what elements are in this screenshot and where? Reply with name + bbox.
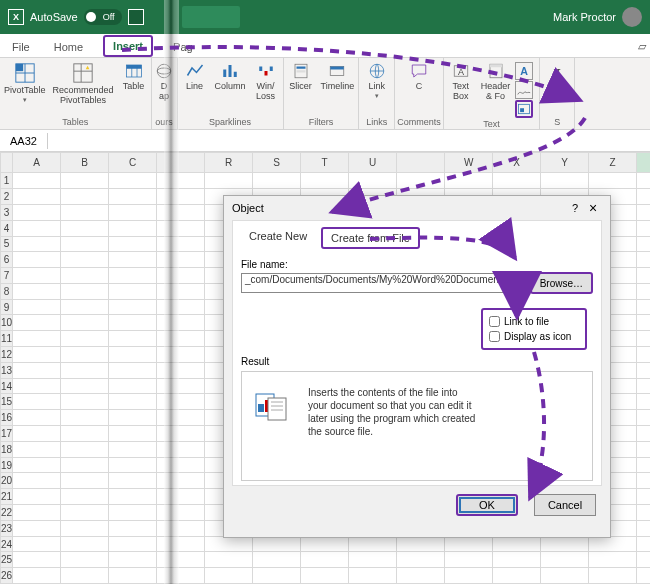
cell[interactable] [109,173,157,189]
cell[interactable] [541,536,589,552]
row-header[interactable]: 19 [1,457,13,473]
cell[interactable] [397,173,445,189]
cell[interactable] [589,568,637,584]
autosave-toggle[interactable]: Off [84,9,122,25]
cell[interactable] [637,173,650,189]
browse-button[interactable]: Browse… [530,272,593,294]
cell[interactable] [61,426,109,442]
row-header[interactable]: 10 [1,315,13,331]
cell[interactable] [109,268,157,284]
wordart-button[interactable]: A [515,62,533,80]
row-header[interactable]: 20 [1,473,13,489]
col-header[interactable]: AA [637,153,650,173]
cell[interactable] [109,236,157,252]
cell[interactable] [637,489,650,505]
cancel-button[interactable]: Cancel [534,494,596,516]
cell[interactable] [13,189,61,205]
row-header[interactable]: 5 [1,236,13,252]
col-header[interactable] [397,153,445,173]
col-header[interactable]: B [61,153,109,173]
cell[interactable] [301,552,349,568]
cell[interactable] [637,362,650,378]
titlebar-search[interactable] [182,6,240,28]
col-header[interactable]: Y [541,153,589,173]
cell[interactable] [637,236,650,252]
row-header[interactable]: 6 [1,252,13,268]
cell[interactable] [637,568,650,584]
cell[interactable] [13,204,61,220]
row-header[interactable]: 25 [1,552,13,568]
cell[interactable] [61,315,109,331]
cell[interactable] [13,441,61,457]
cell[interactable] [13,173,61,189]
cell[interactable] [109,568,157,584]
row-header[interactable]: 4 [1,220,13,236]
cell[interactable] [61,173,109,189]
cell[interactable] [637,283,650,299]
save-icon[interactable] [128,9,144,25]
cell[interactable] [541,173,589,189]
cell[interactable] [637,441,650,457]
cell[interactable] [61,378,109,394]
cell[interactable] [109,331,157,347]
cell[interactable] [445,536,493,552]
cell[interactable] [109,552,157,568]
cell[interactable] [637,378,650,394]
cell[interactable] [109,394,157,410]
col-header[interactable]: R [205,153,253,173]
row-header[interactable]: 11 [1,331,13,347]
header-footer-button[interactable]: Header & Fo [479,60,513,104]
cell[interactable] [589,173,637,189]
cell[interactable] [61,536,109,552]
row-header[interactable]: 16 [1,410,13,426]
cell[interactable] [13,252,61,268]
cell[interactable] [397,568,445,584]
tab-home[interactable]: Home [50,37,87,57]
cell[interactable] [637,536,650,552]
textbox-button[interactable]: A Text Box [446,60,476,104]
row-header[interactable]: 9 [1,299,13,315]
cell[interactable] [349,552,397,568]
cell[interactable] [109,520,157,536]
cell[interactable] [61,220,109,236]
cell[interactable] [637,252,650,268]
cell[interactable] [109,457,157,473]
cell[interactable] [61,394,109,410]
cell[interactable] [61,283,109,299]
tab-insert[interactable]: Insert [103,35,153,57]
cell[interactable] [13,536,61,552]
dialog-close-button[interactable]: × [584,200,602,216]
cell[interactable] [109,283,157,299]
cell[interactable] [637,552,650,568]
col-header[interactable]: U [349,153,397,173]
cell[interactable] [13,347,61,363]
cell[interactable] [589,536,637,552]
cell[interactable] [253,173,301,189]
row-header[interactable]: 13 [1,362,13,378]
cell[interactable] [109,536,157,552]
cell[interactable] [109,252,157,268]
cell[interactable] [637,426,650,442]
display-as-icon-checkbox[interactable]: Display as icon [489,329,579,344]
cell[interactable] [13,299,61,315]
row-header[interactable]: 18 [1,441,13,457]
cell[interactable] [61,568,109,584]
cell[interactable] [541,568,589,584]
cell[interactable] [109,362,157,378]
cell[interactable] [589,552,637,568]
link-button[interactable]: Link ▾ [362,60,392,102]
cell[interactable] [205,173,253,189]
tab-create-new[interactable]: Create New [241,227,315,249]
pivot-table-button[interactable]: PivotTable ▾ [2,60,48,106]
cell[interactable] [637,204,650,220]
cell[interactable] [397,552,445,568]
tab-create-from-file[interactable]: Create from File [321,227,420,249]
cell[interactable] [61,252,109,268]
link-to-file-checkbox[interactable]: Link to file [489,314,579,329]
cell[interactable] [13,552,61,568]
cell[interactable] [637,457,650,473]
ribbon-collapse-icon[interactable]: ▱ [634,36,650,57]
row-header[interactable]: 7 [1,268,13,284]
row-header[interactable]: 3 [1,204,13,220]
filename-input[interactable]: _com/Documents/Documents/My%20Word%20Doc… [241,273,524,293]
